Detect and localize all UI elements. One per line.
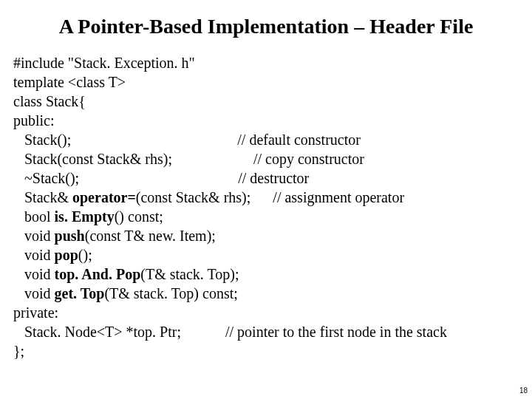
code-text: void: [13, 228, 55, 244]
code-bold: push: [55, 228, 85, 244]
code-text: (const Stack& rhs);: [136, 189, 251, 205]
slide-title: A Pointer-Based Implementation – Header …: [0, 15, 532, 38]
code-text: Stack();: [13, 132, 71, 148]
code-line: void top. And. Pop(T& stack. Top);: [13, 265, 519, 284]
code-text: Stack&: [13, 189, 72, 205]
slide: A Pointer-Based Implementation – Header …: [0, 0, 532, 399]
code-line: void get. Top(T& stack. Top) const;: [13, 284, 519, 303]
code-text: Stack(const Stack& rhs);: [13, 151, 172, 167]
code-text: bool: [13, 208, 55, 225]
code-line: #include "Stack. Exception. h": [13, 53, 519, 72]
spacer: [250, 189, 273, 205]
code-text: void: [13, 266, 55, 282]
code-line: ~Stack(); // destructor: [13, 168, 519, 188]
code-comment: // default constructor: [237, 132, 361, 148]
spacer: [71, 132, 237, 148]
code-line: bool is. Empty() const;: [13, 207, 519, 226]
code-text: void: [13, 285, 55, 301]
code-bold: is. Empty: [55, 208, 115, 225]
code-text: void: [13, 247, 55, 263]
code-line: template <class T>: [13, 72, 519, 92]
page-number: 18: [519, 386, 528, 395]
code-text: ~Stack();: [13, 170, 79, 186]
code-text: (T& stack. Top) const;: [104, 285, 237, 301]
code-line: Stack& operator=(const Stack& rhs); // a…: [13, 188, 519, 207]
code-bold: pop: [55, 247, 78, 263]
code-comment: // copy constructor: [253, 151, 364, 167]
code-line: void pop();: [13, 245, 519, 265]
code-text: () const;: [115, 208, 163, 225]
code-line: void push(const T& new. Item);: [13, 226, 519, 245]
code-block: #include "Stack. Exception. h" template …: [13, 53, 519, 361]
code-text: (T& stack. Top);: [140, 266, 239, 282]
spacer: [181, 324, 225, 340]
code-bold: operator=: [72, 189, 136, 205]
code-line: Stack(const Stack& rhs); // copy constru…: [13, 149, 519, 168]
code-line: };: [13, 341, 519, 361]
code-text: ();: [78, 247, 92, 263]
code-line: Stack(); // default constructor: [13, 130, 519, 149]
code-bold: get. Top: [55, 285, 105, 301]
code-comment: // pointer to the first node in the stac…: [225, 324, 447, 340]
code-line: class Stack{: [13, 92, 519, 111]
spacer: [79, 170, 238, 186]
code-text: Stack. Node<T> *top. Ptr;: [13, 324, 181, 340]
code-text: (const T& new. Item);: [85, 228, 216, 244]
code-line: private:: [13, 303, 519, 322]
code-bold: top. And. Pop: [55, 266, 141, 282]
code-line: Stack. Node<T> *top. Ptr; // pointer to …: [13, 322, 519, 341]
spacer: [172, 151, 253, 167]
code-line: public:: [13, 111, 519, 130]
code-comment: // assignment operator: [273, 189, 404, 205]
code-comment: // destructor: [238, 170, 309, 186]
